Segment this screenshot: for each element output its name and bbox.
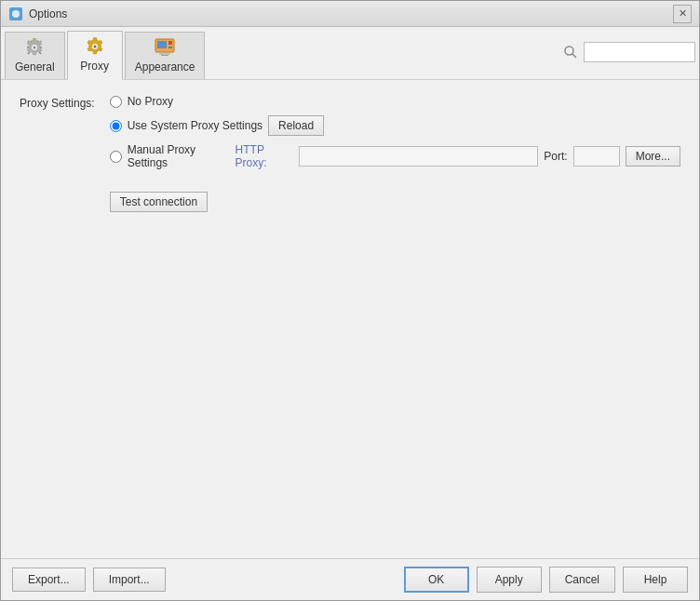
port-input[interactable] xyxy=(573,146,620,167)
system-proxy-radio[interactable] xyxy=(110,120,122,132)
svg-rect-13 xyxy=(159,53,170,55)
search-input[interactable] xyxy=(584,42,695,62)
main-content: Proxy Settings: No Proxy Use System Prox… xyxy=(1,80,699,558)
title-bar: Options ✕ xyxy=(1,1,699,27)
help-button[interactable]: Help xyxy=(623,567,688,593)
cancel-button[interactable]: Cancel xyxy=(549,567,615,593)
tab-general[interactable]: General xyxy=(5,32,65,79)
title-bar-left: Options xyxy=(8,7,67,21)
bottom-bar: Export... Import... OK Apply Cancel Help xyxy=(1,558,699,600)
tab-proxy[interactable]: Proxy xyxy=(67,31,123,80)
proxy-tab-label: Proxy xyxy=(80,60,109,73)
svg-rect-10 xyxy=(157,41,167,48)
test-connection-button[interactable]: Test connection xyxy=(110,192,208,212)
manual-proxy-row: Manual Proxy Settings HTTP Proxy: Port: … xyxy=(110,143,680,169)
proxy-tab-icon xyxy=(84,35,106,58)
close-button[interactable]: ✕ xyxy=(673,5,692,23)
reload-button[interactable]: Reload xyxy=(268,115,324,136)
no-proxy-radio[interactable] xyxy=(110,96,122,108)
svg-point-6 xyxy=(34,47,36,49)
toolbar-tabs: General Proxy xyxy=(5,31,205,79)
appearance-tab-label: Appearance xyxy=(135,60,195,73)
svg-line-16 xyxy=(572,54,576,58)
search-icon xyxy=(561,43,580,61)
svg-point-8 xyxy=(93,46,96,48)
toolbar-search xyxy=(561,31,695,79)
bottom-right-buttons: OK Apply Cancel Help xyxy=(404,567,688,593)
proxy-settings-label: Proxy Settings: xyxy=(20,95,95,212)
system-proxy-label[interactable]: Use System Proxy Settings xyxy=(128,119,262,132)
appearance-tab-icon xyxy=(154,36,176,59)
tab-appearance[interactable]: Appearance xyxy=(125,32,206,79)
more-button[interactable]: More... xyxy=(626,146,680,167)
test-connection-row: Test connection xyxy=(110,192,680,212)
toolbar: General Proxy xyxy=(1,27,699,80)
proxy-settings-container: Proxy Settings: No Proxy Use System Prox… xyxy=(20,95,680,212)
window-icon xyxy=(8,7,23,21)
options-window: Options ✕ xyxy=(0,0,700,601)
svg-rect-11 xyxy=(168,41,172,45)
manual-proxy-radio[interactable] xyxy=(110,151,122,163)
general-tab-icon xyxy=(23,36,46,59)
http-proxy-input[interactable] xyxy=(299,146,538,167)
ok-button[interactable]: OK xyxy=(404,567,469,593)
port-label: Port: xyxy=(544,150,567,163)
manual-proxy-label[interactable]: Manual Proxy Settings xyxy=(128,143,230,169)
system-proxy-row: Use System Proxy Settings Reload xyxy=(110,115,680,136)
svg-rect-12 xyxy=(168,47,172,48)
import-button[interactable]: Import... xyxy=(93,568,166,592)
no-proxy-row: No Proxy xyxy=(110,95,680,108)
svg-point-1 xyxy=(12,10,20,18)
general-tab-label: General xyxy=(15,60,55,73)
svg-point-15 xyxy=(565,47,573,55)
http-proxy-label: HTTP Proxy: xyxy=(236,143,294,169)
svg-rect-14 xyxy=(161,55,168,56)
window-title: Options xyxy=(29,7,67,20)
proxy-options: No Proxy Use System Proxy Settings Reloa… xyxy=(110,95,680,212)
no-proxy-label[interactable]: No Proxy xyxy=(128,95,173,108)
bottom-left-buttons: Export... Import... xyxy=(12,568,166,592)
export-button[interactable]: Export... xyxy=(12,568,86,592)
apply-button[interactable]: Apply xyxy=(477,567,542,593)
